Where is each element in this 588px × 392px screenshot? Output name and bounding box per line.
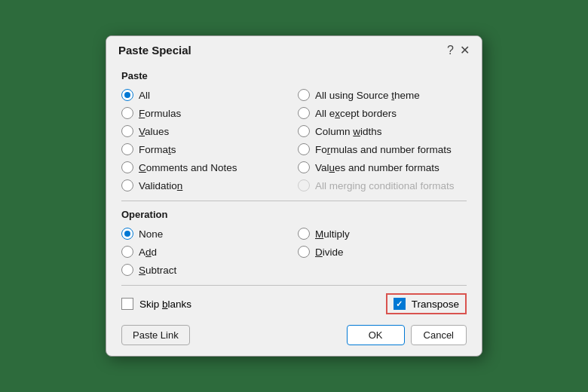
operation-option-multiply[interactable]: Multiply [298, 226, 467, 241]
radio-subtract[interactable] [121, 264, 133, 276]
help-icon[interactable]: ? [447, 44, 454, 57]
paste-formulas-label: Formulas [139, 108, 181, 119]
transpose-label: Transpose [412, 299, 459, 310]
paste-option-all-source-theme[interactable]: All using Source theme [298, 87, 467, 103]
skip-blanks-checkbox[interactable] [121, 298, 133, 310]
operation-multiply-label: Multiply [315, 228, 350, 240]
paste-values-label: Values [139, 126, 169, 137]
separator-1 [121, 201, 467, 201]
cancel-button[interactable]: Cancel [411, 325, 467, 345]
radio-all-source-theme[interactable] [298, 89, 310, 101]
radio-formulas[interactable] [121, 107, 133, 119]
radio-comments[interactable] [121, 161, 133, 173]
paste-special-dialog: Paste Special ? ✕ Paste All All using So… [106, 35, 482, 357]
skip-blanks-area[interactable]: Skip blanks [121, 298, 191, 310]
radio-column-widths[interactable] [298, 125, 310, 137]
paste-link-button[interactable]: Paste Link [121, 325, 190, 345]
dialog-title: Paste Special [118, 44, 191, 57]
operation-subtract-label: Subtract [139, 265, 176, 276]
footer-row: Paste Link OK Cancel [121, 325, 467, 345]
operation-divide-label: Divide [315, 247, 344, 258]
paste-all-source-label: All using Source theme [315, 90, 420, 101]
radio-formats[interactable] [121, 143, 133, 155]
radio-all-except-borders[interactable] [298, 107, 310, 119]
paste-option-column-widths[interactable]: Column widths [298, 124, 467, 139]
radio-divide[interactable] [298, 246, 310, 258]
title-bar-icons: ? ✕ [447, 44, 470, 57]
radio-values[interactable] [121, 125, 133, 137]
separator-2 [121, 285, 467, 286]
paste-formulas-number-label: Formulas and number formats [315, 144, 452, 155]
radio-multiply[interactable] [298, 228, 310, 240]
paste-column-widths-label: Column widths [315, 126, 382, 137]
skip-blanks-label: Skip blanks [139, 299, 191, 310]
paste-option-formulas-number[interactable]: Formulas and number formats [298, 142, 467, 157]
radio-validation[interactable] [121, 179, 133, 191]
paste-all-except-label: All except borders [315, 108, 397, 119]
radio-all[interactable] [121, 89, 133, 101]
paste-option-formulas[interactable]: Formulas [121, 106, 290, 121]
paste-option-comments[interactable]: Comments and Notes [121, 160, 290, 175]
paste-option-formats[interactable]: Formats [121, 142, 290, 157]
operation-section-label: Operation [121, 209, 467, 220]
title-bar: Paste Special ? ✕ [106, 36, 482, 61]
paste-option-all[interactable]: All [121, 87, 290, 103]
btn-group: OK Cancel [347, 325, 467, 345]
paste-values-number-label: Values and number formats [315, 162, 439, 173]
paste-all-label: All [139, 90, 150, 101]
radio-formulas-number[interactable] [298, 143, 310, 155]
radio-all-merging [298, 179, 310, 191]
operation-option-divide[interactable]: Divide [298, 244, 467, 259]
radio-add[interactable] [121, 246, 133, 258]
paste-validation-label: Validation [139, 180, 182, 191]
operation-option-none[interactable]: None [121, 226, 290, 241]
paste-option-values[interactable]: Values [121, 124, 290, 139]
paste-option-values-number[interactable]: Values and number formats [298, 160, 467, 175]
operation-option-add[interactable]: Add [121, 244, 290, 259]
operation-add-label: Add [139, 247, 157, 258]
radio-none[interactable] [121, 228, 133, 240]
dialog-body: Paste All All using Source theme Formula… [106, 61, 482, 356]
ok-button[interactable]: OK [347, 325, 405, 345]
close-icon[interactable]: ✕ [460, 44, 470, 57]
paste-option-all-merging: All merging conditional formats [298, 178, 467, 193]
radio-values-number[interactable] [298, 161, 310, 173]
operation-options-grid: None Multiply Add Divide Subtract [121, 226, 467, 277]
paste-comments-label: Comments and Notes [139, 162, 237, 173]
paste-options-grid: All All using Source theme Formulas All … [121, 87, 467, 193]
bottom-area: Skip blanks Transpose [121, 293, 467, 314]
paste-section-label: Paste [121, 70, 467, 81]
transpose-area[interactable]: Transpose [386, 293, 467, 314]
paste-option-validation[interactable]: Validation [121, 178, 290, 193]
paste-all-merging-label: All merging conditional formats [315, 180, 455, 191]
operation-none-label: None [139, 228, 163, 240]
paste-option-all-except-borders[interactable]: All except borders [298, 106, 467, 121]
paste-formats-label: Formats [139, 144, 176, 155]
transpose-checkbox[interactable] [394, 298, 406, 310]
operation-option-subtract[interactable]: Subtract [121, 262, 290, 277]
